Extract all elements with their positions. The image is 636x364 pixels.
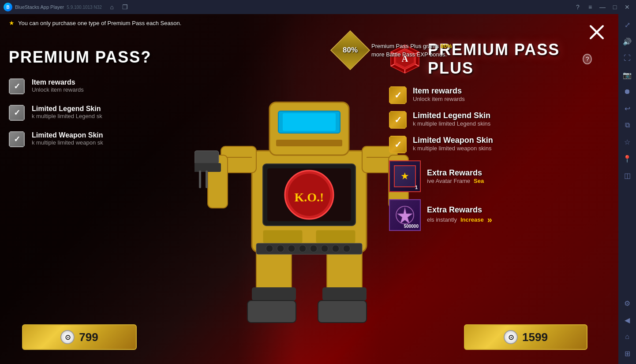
- maximize-btn[interactable]: □: [610, 2, 620, 12]
- svg-marker-51: [397, 208, 412, 223]
- svg-rect-4: [247, 301, 296, 323]
- svg-rect-26: [276, 140, 342, 146]
- svg-rect-33: [195, 163, 221, 172]
- svg-rect-34: [199, 171, 201, 188]
- svg-rect-12: [263, 230, 303, 243]
- settings-sidebar-icon[interactable]: ⚙: [620, 296, 634, 310]
- avatar-frame-thumbnail: ★ 1: [389, 160, 421, 192]
- sidebar: ⤢ 🔊 ⛶ 📷 ⏺ ↩ ⧉ ☆ 📍 ◫ ⚙ ◀ ⌂ ⊞: [618, 14, 636, 364]
- right-feature-text-1: Item rewards Unlock item rewards: [413, 86, 465, 102]
- buy-premium-pass-button[interactable]: ⊙ 799: [22, 324, 137, 350]
- increase-chevrons-icon[interactable]: »: [487, 215, 492, 225]
- left-panel: PREMIUM PASS ? Item rewards Unlock item …: [9, 49, 194, 147]
- left-feature-item-2: Limited Legend Skin k multiple limited L…: [9, 105, 194, 121]
- home-sidebar-icon[interactable]: ⌂: [620, 330, 634, 344]
- premium-pass-title: PREMIUM PASS: [9, 49, 141, 65]
- app-version: 5.9.100.1013 N32: [67, 5, 102, 10]
- feature-check-3: [9, 131, 25, 147]
- left-panel-header: PREMIUM PASS ?: [9, 49, 194, 65]
- extra-reward-row-2: 500000 Extra Rewards els instantly Incre…: [389, 199, 592, 231]
- svg-point-21: [332, 245, 339, 252]
- right-feature-check-1: [389, 86, 407, 104]
- right-feature-list: Item rewards Unlock item rewards Limited…: [389, 86, 592, 231]
- app-logo: B: [4, 3, 12, 11]
- thumbnail-badge-1: 1: [415, 185, 418, 190]
- svg-line-39: [591, 26, 603, 38]
- fullscreen-sidebar-icon[interactable]: ⛶: [620, 51, 634, 65]
- svg-point-16: [277, 245, 284, 252]
- restore-nav-icon[interactable]: ❐: [120, 1, 131, 13]
- star-sidebar-icon[interactable]: ☆: [620, 135, 634, 149]
- notice-star-icon: ★: [9, 19, 15, 26]
- left-feature-list: Item rewards Unlock item rewards Limited…: [9, 78, 194, 147]
- right-feature-item-2: Limited Legend Skin k multiple limited L…: [389, 111, 592, 129]
- home-nav-icon[interactable]: ⌂: [106, 1, 118, 13]
- currency-amount: 500000: [404, 224, 419, 229]
- location-sidebar-icon[interactable]: 📍: [620, 152, 634, 166]
- apex-coin-icon-left: ⊙: [60, 330, 75, 344]
- extra-reward-info-1: Extra Rewards ive Avatar Frame Sea: [427, 168, 484, 184]
- buy-premium-pass-plus-button[interactable]: ⊙ 1599: [464, 324, 587, 350]
- notice-text: You can only purchase one type of Premiu…: [18, 20, 181, 26]
- close-btn-titlebar[interactable]: ✕: [622, 2, 632, 12]
- currency-thumbnail: 500000: [389, 199, 421, 231]
- titlebar: B BlueStacks App Player 5.9.100.1013 N32…: [0, 0, 636, 14]
- svg-rect-35: [206, 171, 208, 188]
- extra-reward-info-2: Extra Rewards els instantly Increase »: [427, 205, 592, 225]
- left-price: 799: [79, 331, 98, 344]
- svg-point-17: [288, 245, 295, 252]
- menu-btn[interactable]: ≡: [585, 2, 595, 12]
- stack-sidebar-icon[interactable]: ◫: [620, 168, 634, 182]
- feature-text-1: Item rewards Unlock item rewards: [32, 78, 84, 93]
- feature-check-1: [9, 78, 25, 94]
- svg-rect-25: [283, 113, 336, 131]
- left-feature-item-3: Limited Weapon Skin k multiple limited w…: [9, 131, 194, 147]
- exp-bonus-badge: 80% Premium Pass Plus grants 80% more Ba…: [336, 36, 455, 64]
- feature-check-2: [9, 105, 25, 121]
- svg-point-22: [343, 245, 350, 252]
- feature-text-2: Limited Legend Skin k multiple limited L…: [32, 105, 102, 119]
- premium-pass-plus-help-icon[interactable]: ?: [583, 54, 592, 64]
- record-sidebar-icon[interactable]: ⏺: [620, 85, 634, 99]
- badge-description: Premium Pass Plus grants 80% more Battle…: [371, 42, 455, 59]
- feature-text-3: Limited Weapon Skin k multiple limited w…: [32, 131, 103, 146]
- right-feature-text-3: Limited Weapon Skin k multiple limited w…: [413, 136, 493, 152]
- badge-percent: 80%: [343, 46, 358, 55]
- arrow-left-sidebar-icon[interactable]: ◀: [620, 313, 634, 327]
- game-area: K.O.!: [0, 14, 618, 364]
- svg-rect-2: [252, 287, 296, 301]
- expand-sidebar-icon[interactable]: ⤢: [620, 18, 634, 32]
- increase-label: Increase: [460, 216, 484, 223]
- svg-rect-3: [322, 287, 367, 301]
- minimize-btn[interactable]: —: [597, 2, 608, 12]
- svg-point-19: [310, 245, 317, 252]
- badge-diamond-shape: 80%: [330, 30, 370, 71]
- svg-point-15: [266, 245, 273, 252]
- premium-pass-help-icon[interactable]: ?: [141, 49, 151, 65]
- svg-rect-5: [318, 301, 367, 323]
- back-sidebar-icon[interactable]: ↩: [620, 101, 634, 115]
- close-modal-button[interactable]: [586, 21, 608, 43]
- right-feature-check-2: [389, 111, 407, 129]
- svg-rect-13: [316, 230, 355, 243]
- right-price: 1599: [522, 331, 548, 344]
- help-btn[interactable]: ?: [572, 2, 583, 12]
- right-panel: A PREMIUM PASS PLUS ? It: [389, 41, 592, 231]
- svg-line-38: [591, 26, 603, 38]
- app-title: BlueStacks App Player: [15, 4, 64, 10]
- svg-point-18: [299, 245, 306, 252]
- svg-point-20: [321, 245, 328, 252]
- volume-sidebar-icon[interactable]: 🔊: [620, 34, 634, 48]
- extra-reward-row-1: ★ 1 Extra Rewards ive Avatar Frame Sea: [389, 160, 592, 192]
- svg-text:K.O.!: K.O.!: [295, 190, 324, 204]
- grid-sidebar-icon[interactable]: ⊞: [620, 346, 634, 360]
- right-feature-item-3: Limited Weapon Skin k multiple limited w…: [389, 136, 592, 153]
- right-feature-text-2: Limited Legend Skin k multiple limited L…: [413, 111, 490, 127]
- extra-reward-desc-2: els instantly Increase »: [427, 215, 592, 225]
- layers-sidebar-icon[interactable]: ⧉: [620, 118, 634, 132]
- avatar-frame-highlight: Sea: [474, 178, 484, 184]
- screenshot-sidebar-icon[interactable]: 📷: [620, 68, 634, 82]
- right-feature-item-1: Item rewards Unlock item rewards: [389, 86, 592, 104]
- badge-highlight: 80%: [441, 43, 452, 49]
- notice-bar: ★ You can only purchase one type of Prem…: [9, 19, 181, 26]
